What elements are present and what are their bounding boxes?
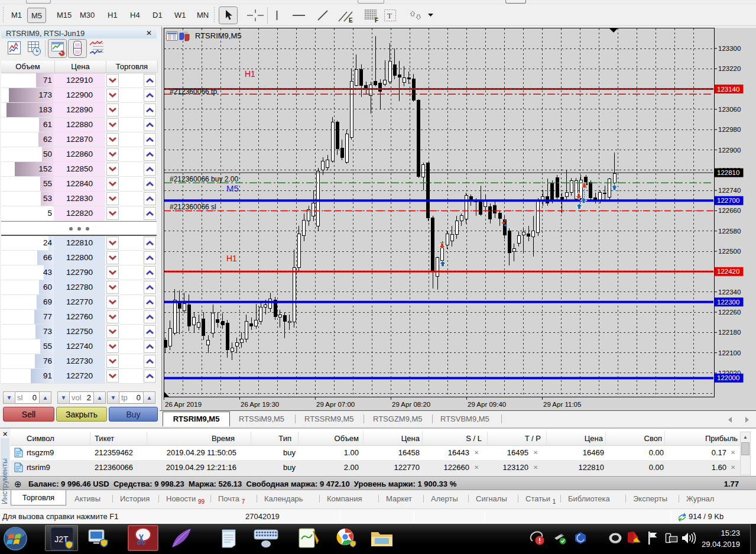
svg-text:122500: 122500 bbox=[718, 248, 741, 255]
svg-text:M5: M5 bbox=[226, 183, 239, 193]
svg-text:29 Apr 09:40: 29 Apr 09:40 bbox=[468, 401, 506, 408]
svg-text:T: T bbox=[387, 11, 392, 20]
svg-text:122260: 122260 bbox=[718, 309, 741, 316]
svg-text:#212360066 buy 2.00: #212360066 buy 2.00 bbox=[170, 175, 238, 183]
svg-text:#212360066 tp: #212360066 tp bbox=[170, 88, 217, 96]
svg-text:122420: 122420 bbox=[717, 268, 739, 275]
svg-text:123220: 123220 bbox=[718, 65, 741, 72]
svg-text:RTSRIM9,M5: RTSRIM9,M5 bbox=[195, 31, 242, 40]
svg-text:122580: 122580 bbox=[718, 228, 741, 235]
svg-text:26 Apr 2019: 26 Apr 2019 bbox=[165, 401, 202, 408]
svg-text:122810: 122810 bbox=[717, 169, 739, 176]
svg-text:122180: 122180 bbox=[718, 329, 741, 336]
svg-text:29 Apr 07:00: 29 Apr 07:00 bbox=[316, 401, 355, 408]
svg-text:H1: H1 bbox=[226, 254, 237, 263]
svg-text:122340: 122340 bbox=[718, 289, 741, 296]
svg-text:123300: 123300 bbox=[718, 45, 741, 52]
svg-text:122900: 122900 bbox=[718, 147, 741, 154]
svg-text:26 Apr 19:30: 26 Apr 19:30 bbox=[241, 401, 279, 408]
svg-text:122980: 122980 bbox=[718, 126, 741, 133]
svg-text:123060: 123060 bbox=[718, 106, 741, 113]
svg-text:H1: H1 bbox=[245, 69, 255, 79]
svg-text:E: E bbox=[349, 17, 353, 24]
svg-text:122700: 122700 bbox=[717, 197, 739, 204]
svg-text:122100: 122100 bbox=[718, 349, 741, 357]
svg-text:122000: 122000 bbox=[717, 374, 739, 381]
svg-text:123140: 123140 bbox=[717, 86, 739, 93]
svg-text:#212360066 sl: #212360066 sl bbox=[170, 203, 216, 211]
svg-text:122740: 122740 bbox=[718, 187, 741, 194]
svg-text:F: F bbox=[375, 17, 378, 24]
svg-text:29 Apr 08:20: 29 Apr 08:20 bbox=[392, 401, 430, 408]
svg-text:29 Apr 11:05: 29 Apr 11:05 bbox=[543, 401, 581, 408]
svg-text:122660: 122660 bbox=[718, 207, 741, 214]
svg-text:122300: 122300 bbox=[717, 299, 739, 306]
